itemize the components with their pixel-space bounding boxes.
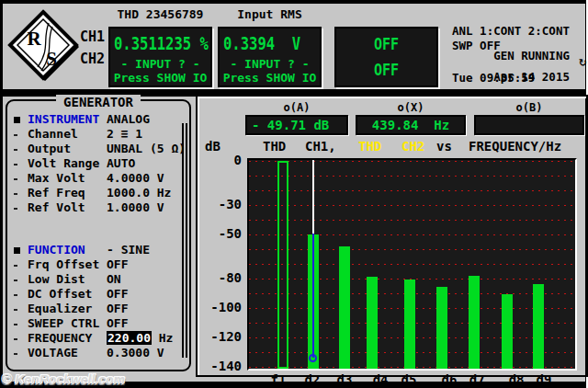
generator-row-max-volt[interactable]: Max Volt4.0000 V — [7, 171, 180, 186]
y-tick--120: -120 — [198, 329, 242, 344]
generator-row-frequency[interactable]: FREQUENCY220.00 Hz — [7, 331, 180, 346]
bar-d4 — [367, 277, 378, 369]
row-label: FREQUENCY — [28, 331, 92, 345]
row-label: Ref Freq — [28, 186, 85, 200]
row-label: Volt Range — [28, 156, 99, 170]
generator-row-dc-offset[interactable]: DC OffsetOFF — [7, 287, 180, 302]
bar-d7 — [469, 276, 480, 369]
row-label: Output — [28, 142, 71, 155]
row-value: ANALOG — [107, 112, 150, 126]
generator-row-voltage[interactable]: VOLTAGE0.3000 V — [7, 346, 180, 360]
row-label: Ref Volt — [28, 200, 85, 214]
generator-row-output[interactable]: OutputUNBAL (5 Ω) — [7, 142, 180, 156]
time-line: Tue 09:35:59 — [452, 71, 585, 86]
chart-legend: dB THD CH1, THD CH2 vs FREQUENCY/Hz — [198, 139, 586, 154]
bar-d8 — [502, 294, 513, 369]
row-tick-icon — [14, 353, 17, 355]
section-bullet-icon — [14, 117, 20, 123]
y-tick--80: -80 — [198, 270, 242, 285]
editable-value-highlight[interactable]: 220.00 — [107, 331, 152, 345]
x-tick-d6: d6 — [442, 372, 458, 387]
generator-row-volt-range[interactable]: Volt RangeAUTO — [7, 156, 180, 171]
row-label: DC Offset — [28, 287, 92, 301]
row-tick-icon — [14, 164, 17, 165]
logo-letter-s: S — [46, 48, 57, 70]
cursor-x-label: o(X) — [356, 101, 466, 114]
y-tick--100: -100 — [198, 300, 242, 314]
row-value: 4.0000 V — [107, 171, 164, 185]
busy-indicator-icon: ↻ — [579, 57, 587, 69]
generator-row-function[interactable]: FUNCTION- SINE — [7, 243, 180, 257]
x-axis-ticks: f1d2d3d4d5d6d7d8d9 — [249, 372, 575, 387]
legend-trace2-name: THD — [358, 139, 381, 154]
plot-area — [247, 158, 577, 371]
generator-status-line: GEN RUNNING — [452, 9, 585, 24]
row-tick-icon — [14, 338, 17, 340]
row-value: - SINE — [107, 243, 150, 257]
instrument-screen: R S CH1 CH2 THD 23456789 Input RMS 0.351… — [3, 4, 585, 382]
gridline--30db — [249, 205, 575, 206]
cursor-b-readout — [474, 115, 584, 135]
gridline--60db — [249, 249, 575, 250]
gridline--20db — [249, 190, 575, 191]
row-tick-icon — [14, 208, 17, 210]
legend-trace1-name: THD — [263, 139, 286, 154]
gridline--40db — [249, 220, 575, 221]
row-value: 0.3000 V — [107, 346, 164, 359]
row-value: 2 ≡ 1 — [107, 127, 142, 141]
cursor-x-readout: 439.84 Hz — [356, 115, 466, 135]
x-tick-d8: d8 — [509, 372, 525, 387]
row-label: Equalizer — [28, 302, 92, 315]
row-label: INSTRUMENT — [28, 112, 99, 126]
channel-1-label: CH1 — [80, 29, 105, 45]
legend-trace1-channel: CH1, — [305, 139, 336, 154]
generator-row-low-dist[interactable]: Low DistON — [7, 272, 180, 287]
third-meter-display: OFF OFF — [334, 27, 438, 87]
row-label: FUNCTION — [28, 243, 85, 257]
gridline--70db — [249, 264, 575, 265]
input-rms-status: - INPUT ? - — [220, 57, 320, 71]
x-tick-d9: d9 — [536, 372, 551, 387]
bar-f1 — [277, 161, 288, 369]
row-label: SWEEP CTRL — [28, 316, 99, 330]
bar-d3 — [339, 246, 350, 369]
row-tick-icon — [14, 294, 17, 296]
row-tick-icon — [14, 134, 17, 136]
generator-row-equalizer[interactable]: EqualizerOFF — [7, 302, 180, 316]
x-tick-f1: f1 — [271, 372, 287, 387]
row-tick-icon — [14, 280, 17, 281]
input-rms-meter-display: 0.3394 V - INPUT ? - Press SHOW IO — [218, 27, 322, 87]
generator-row-frq-offset[interactable]: Frq OffsetOFF — [7, 257, 180, 272]
row-value[interactable]: 220.00 Hz — [107, 331, 173, 345]
generator-rows: INSTRUMENTANALOGChannel2 ≡ 1OutputUNBAL … — [7, 112, 180, 360]
chart-panel: o(A) o(X) o(B) - 49.71 dB 439.84 Hz dB T… — [196, 95, 588, 377]
generator-panel: GENERATOR INSTRUMENTANALOGChannel2 ≡ 1Ou… — [6, 99, 191, 371]
section-bullet-icon — [14, 247, 20, 254]
gridline-0db — [249, 161, 575, 162]
y-axis-unit-label: dB — [205, 139, 220, 154]
date-line: Apr 14 2015 ↻ — [452, 56, 585, 71]
generator-scrollbar[interactable] — [182, 123, 187, 358]
legend-vs-text: vs — [436, 139, 452, 154]
watermark: © KenRockwell.com — [2, 372, 125, 387]
cursor-a-label: o(A) — [245, 101, 348, 114]
bar-d6 — [436, 287, 447, 369]
row-value: OFF — [107, 257, 128, 271]
meter-3-ch2-value: OFF — [336, 60, 436, 80]
row-value: ON — [107, 272, 121, 286]
cursor-trace-line — [312, 234, 314, 359]
generator-row-ref-freq[interactable]: Ref Freq1000.0 Hz — [7, 186, 180, 200]
cursor-b-label: o(B) — [474, 101, 584, 114]
legend-trace2-channel: CH2 — [401, 139, 424, 154]
row-tick-icon — [14, 193, 17, 195]
generator-row-ref-volt[interactable]: Ref Volt1.0000 V — [7, 200, 180, 215]
meter-1-title: THD 23456789 — [108, 7, 212, 22]
row-tick-icon — [14, 149, 17, 151]
rohde-schwarz-logo-icon: R S — [7, 9, 79, 81]
generator-row-channel[interactable]: Channel2 ≡ 1 — [7, 127, 180, 142]
channel-2-label: CH2 — [80, 51, 105, 67]
x-tick-d3: d3 — [337, 372, 353, 387]
cursor-line[interactable] — [312, 160, 314, 234]
generator-row-instrument[interactable]: INSTRUMENTANALOG — [7, 112, 180, 127]
generator-row-sweep-ctrl[interactable]: SWEEP CTRLOFF — [7, 316, 180, 331]
